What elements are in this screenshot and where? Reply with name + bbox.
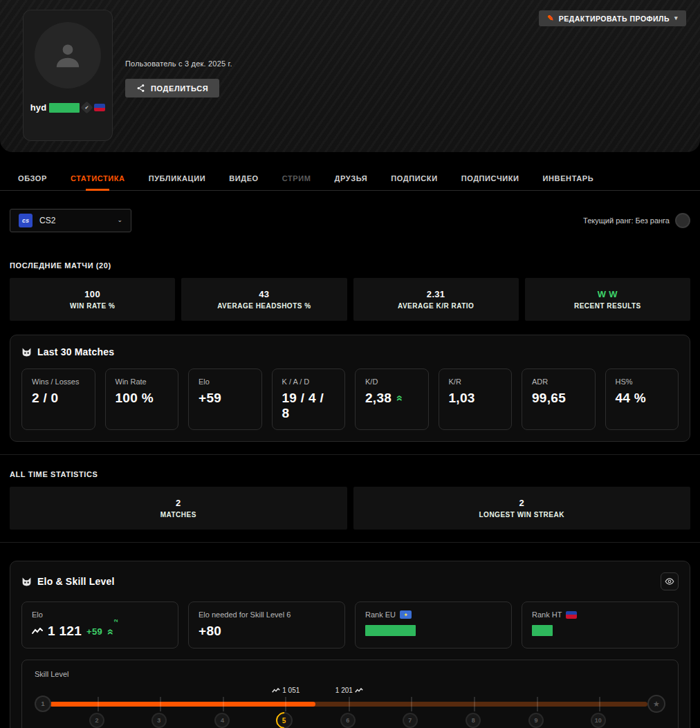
level-tick xyxy=(537,697,538,711)
level-tick xyxy=(411,697,412,711)
last30-title: Last 30 Matches xyxy=(37,346,114,357)
tab-friends[interactable]: ДРУЗЬЯ xyxy=(333,169,369,190)
mini-card-kr: K/R 1,03 xyxy=(439,368,513,430)
recent-cards-row: 100 WIN RATE % 43 AVERAGE HEADSHOTS % 2.… xyxy=(0,278,700,321)
current-elo-threshold-marker: 1 051 xyxy=(272,687,300,694)
eye-icon xyxy=(665,577,674,586)
share-label: ПОДЕЛИТЬСЯ xyxy=(151,84,208,93)
share-button[interactable]: ПОДЕЛИТЬСЯ xyxy=(125,79,219,97)
tab-overview[interactable]: ОБЗОР xyxy=(17,169,48,190)
username-censor xyxy=(49,103,80,113)
skill-level-label: Skill Level xyxy=(35,670,665,678)
game-select-dropdown[interactable]: cs CS2 ⌄ xyxy=(10,209,131,232)
rank-ht-censor xyxy=(532,625,553,636)
mini-card-kad: K / A / D 19 / 4 / 8 xyxy=(272,368,346,430)
level-10-badge: 10 xyxy=(591,713,606,728)
person-icon xyxy=(50,37,86,73)
haiti-flag-icon xyxy=(566,611,577,619)
tab-posts[interactable]: ПУБЛИКАЦИИ xyxy=(147,169,208,190)
stat-card-headshots: 43 AVERAGE HEADSHOTS % xyxy=(181,278,347,321)
username-row: hyd ✔ xyxy=(30,102,106,113)
stat-label: AVERAGE HEADSHOTS % xyxy=(217,302,311,310)
next-elo-threshold-marker: 1 201 xyxy=(335,687,363,694)
last30-stats-row: Wins / Losses 2 / 0 Win Rate 100 % Elo +… xyxy=(21,368,679,430)
member-since-text: Пользователь с 3 дек. 2025 г. xyxy=(125,59,232,68)
faceit-emblem-icon xyxy=(21,577,32,587)
slider-progress xyxy=(50,702,315,707)
level-4-badge: 4 xyxy=(214,713,230,728)
edit-profile-button[interactable]: ✎ РЕДАКТИРОВАТЬ ПРОФИЛЬ ▾ xyxy=(539,10,686,26)
skill-level-slider[interactable]: 1 051 1 201 1 2345678910 ★ xyxy=(35,681,665,727)
tab-videos[interactable]: ВИДЕО xyxy=(228,169,260,190)
level-tick xyxy=(223,697,224,711)
skill-level-slider-card: Skill Level 1 051 1 201 1 234567891 xyxy=(21,660,679,728)
stat-card-kr-ratio: 2.31 AVERAGE K/R RATIO xyxy=(353,278,519,321)
tab-inventory[interactable]: ИНВЕНТАРЬ xyxy=(542,169,596,190)
share-icon xyxy=(136,84,145,93)
stat-value: 2.31 xyxy=(427,289,445,299)
level-8-badge: 8 xyxy=(466,713,481,728)
alltime-title: ALL TIME STATISTICS xyxy=(0,470,700,478)
selected-game: CS2 xyxy=(39,216,110,225)
faceit-emblem-icon xyxy=(21,347,32,357)
level-tick xyxy=(349,697,349,711)
level-6-badge: 6 xyxy=(340,713,356,728)
elo-needed-card: Elo needed for Skill Level 6 +80 xyxy=(188,601,345,648)
profile-page: ✎ РЕДАКТИРОВАТЬ ПРОФИЛЬ ▾ hyd ✔ Пользова… xyxy=(0,0,700,728)
level-9-badge: 9 xyxy=(528,713,544,728)
stat-card-winrate: 100 WIN RATE % xyxy=(10,278,175,321)
profile-tabs: ОБЗОР СТАТИСТИКА ПУБЛИКАЦИИ ВИДЕО СТРИМ … xyxy=(0,169,700,191)
stat-label: AVERAGE K/R RATIO xyxy=(398,302,474,310)
eu-flag-icon: ✦ xyxy=(400,610,412,619)
profile-card: hyd ✔ xyxy=(23,10,113,141)
stat-label: WIN RATE % xyxy=(70,302,115,310)
rank-eu-card: Rank EU ✦ xyxy=(355,601,512,648)
alltime-cards-row: 2 MATCHES 2 LONGEST WIN STREAK xyxy=(0,487,700,530)
trend-up-icon: « xyxy=(394,395,405,401)
verified-badge-icon: ✔ xyxy=(81,101,93,113)
tab-followers[interactable]: ПОДПИСЧИКИ xyxy=(460,169,521,190)
level-tick xyxy=(475,697,475,711)
rank-eu-censor xyxy=(365,625,416,636)
level-tick xyxy=(160,697,160,711)
edit-profile-label: РЕДАКТИРОВАТЬ ПРОФИЛЬ xyxy=(559,15,670,23)
section-divider xyxy=(0,454,700,455)
member-info: Пользователь с 3 дек. 2025 г. ПОДЕЛИТЬСЯ xyxy=(125,59,232,97)
rank-ht-card: Rank HT xyxy=(522,601,679,648)
stat-value: W W xyxy=(598,289,618,299)
profile-banner: ✎ РЕДАКТИРОВАТЬ ПРОФИЛЬ ▾ hyd ✔ Пользова… xyxy=(0,0,700,152)
stat-value: 100 xyxy=(84,289,100,299)
selector-row: cs CS2 ⌄ Текущий ранг: Без ранга xyxy=(0,209,700,232)
username: hyd xyxy=(30,102,47,113)
section-divider xyxy=(0,542,700,543)
elo-cards-row: Elo 1 121 +59 «2 Elo needed for Skill Le… xyxy=(21,601,679,648)
elo-panel-title: Elo & Skill Level xyxy=(37,576,115,587)
level-1-badge: 1 xyxy=(35,696,51,712)
elo-delta: +59 xyxy=(86,626,102,637)
stat-card-win-streak: 2 LONGEST WIN STREAK xyxy=(353,487,691,530)
elo-chart-icon xyxy=(32,628,43,635)
tab-following[interactable]: ПОДПИСКИ xyxy=(389,169,439,190)
stat-card-recent-results: W W RECENT RESULTS xyxy=(525,278,690,321)
mini-card-elo: Elo +59 xyxy=(188,368,262,430)
level-tick xyxy=(98,697,98,711)
level-5-badge: 5 xyxy=(273,709,296,728)
stat-label: RECENT RESULTS xyxy=(574,302,641,310)
visibility-toggle-button[interactable] xyxy=(661,572,679,590)
tab-stream[interactable]: СТРИМ xyxy=(281,169,313,190)
elo-skill-panel: Elo & Skill Level Elo 1 121 +59 «2 xyxy=(10,561,690,728)
level-up-icon: « xyxy=(105,628,116,635)
chevron-down-icon: ⌄ xyxy=(117,216,122,223)
pencil-icon: ✎ xyxy=(547,14,554,23)
level-7-badge: 7 xyxy=(403,713,418,728)
level-3-badge: 3 xyxy=(151,713,167,728)
mini-card-hs: HS% 44 % xyxy=(605,368,679,430)
level-2-badge: 2 xyxy=(89,713,104,728)
haiti-flag-icon xyxy=(94,104,105,111)
avatar[interactable] xyxy=(35,22,101,88)
mini-card-kd: K/D 2,38 « xyxy=(355,368,429,430)
tab-statistics[interactable]: СТАТИСТИКА xyxy=(69,169,127,190)
current-rank-info: Текущий ранг: Без ранга xyxy=(583,213,690,228)
chevron-down-icon: ▾ xyxy=(674,15,678,21)
cs2-game-icon: cs xyxy=(19,214,33,227)
